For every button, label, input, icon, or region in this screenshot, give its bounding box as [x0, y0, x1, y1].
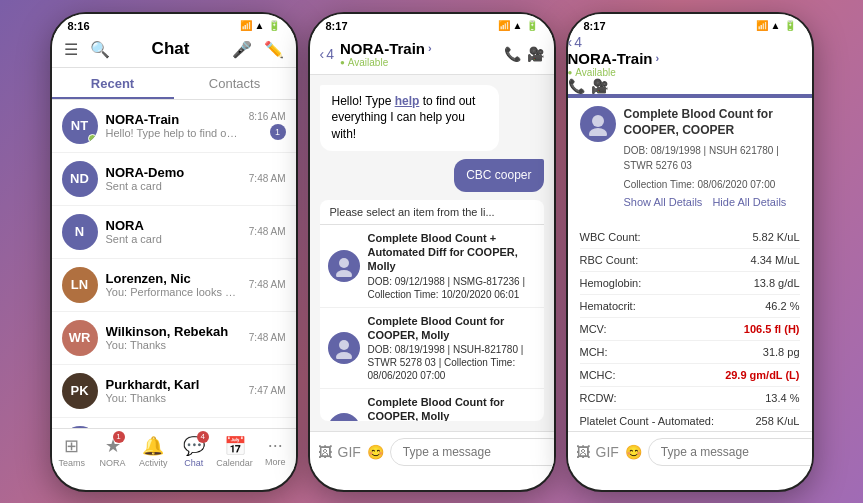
list-item-meta: DOB: 08/19/1998 | NSUH-821780 | STWR 527…: [368, 343, 536, 382]
header-actions-3: 📞 🎥: [568, 78, 812, 94]
nav-item-calendar[interactable]: 📅 Calendar: [214, 433, 255, 470]
emoji-icon-3[interactable]: 😊: [625, 444, 642, 460]
list-item-title: Complete Blood Count for COOPER, Molly: [368, 314, 536, 343]
chat-item[interactable]: N NORA Sent a card 7:48 AM: [52, 206, 296, 259]
tab-recent[interactable]: Recent: [52, 68, 174, 99]
gif-icon-3[interactable]: GIF: [596, 444, 619, 460]
list-item[interactable]: Complete Blood Count for COOPER, Molly D…: [320, 389, 544, 420]
svg-point-1: [336, 270, 352, 277]
list-section: Please select an item from the li... Com…: [320, 200, 544, 421]
result-row: Platelet Count - Automated: 258 K/uL: [580, 410, 800, 430]
result-row: MCH: 31.8 pg: [580, 341, 800, 364]
back-count: 4: [326, 46, 334, 62]
chat-name: Purkhardt, Karl: [106, 377, 241, 392]
nav-item-teams[interactable]: ⊞ Teams: [52, 433, 93, 470]
list-item[interactable]: Complete Blood Count for COOPER, Molly D…: [320, 308, 544, 390]
call-icon[interactable]: 📞: [504, 46, 521, 62]
input-icons-left-3: 🖼 GIF 😊: [576, 444, 642, 460]
chat-item[interactable]: PK Purkhardt, Karl You: Thanks 7:47 AM: [52, 365, 296, 418]
tabs: Recent Contacts: [52, 68, 296, 100]
signal-icon-2: 📶: [498, 20, 510, 31]
gif-icon[interactable]: GIF: [338, 444, 361, 460]
chat-info: NORA Sent a card: [106, 218, 241, 245]
image-icon[interactable]: 🖼: [318, 444, 332, 460]
chat-meta: 7:48 AM: [249, 332, 286, 343]
chat-time: 7:47 AM: [249, 385, 286, 396]
contact-name-3: NORA-Train›: [568, 50, 812, 67]
signal-icon: 📶: [240, 20, 252, 31]
back-button-3[interactable]: ‹ 4: [568, 34, 812, 50]
result-value: 13.4 %: [765, 392, 799, 404]
page-title: Chat: [120, 39, 222, 59]
result-row: MCHC: 29.9 gm/dL (L): [580, 364, 800, 387]
video-icon-3[interactable]: 🎥: [591, 78, 608, 94]
chat-info: NORA-Demo Sent a card: [106, 165, 241, 192]
nav-label-activity: Activity: [139, 458, 168, 468]
result-meta: DOB: 08/19/1998 | NSUH 621780 | STWR 527…: [624, 143, 800, 173]
nav-item-activity[interactable]: 🔔 Activity: [133, 433, 174, 470]
hamburger-button[interactable]: ☰: [62, 38, 80, 61]
avatar: PK: [62, 373, 98, 409]
nav-item-more[interactable]: ··· More: [255, 433, 296, 470]
svg-point-8: [592, 115, 604, 127]
status-icons-1: 📶 ▲ 🔋: [240, 20, 280, 31]
chat-preview: You: Thanks: [106, 392, 241, 404]
chat-name: Wilkinson, Rebekah: [106, 324, 241, 339]
result-value: 4.34 M/uL: [751, 254, 800, 266]
image-icon-3[interactable]: 🖼: [576, 444, 590, 460]
list-item[interactable]: Complete Blood Count + Automated Diff fo…: [320, 225, 544, 308]
result-label: Hematocrit:: [580, 300, 636, 312]
hide-all-link[interactable]: Hide All Details: [712, 196, 786, 208]
chat-item[interactable]: WR Wilkinson, Rebekah You: Thanks 7:48 A…: [52, 312, 296, 365]
tab-contacts[interactable]: Contacts: [174, 68, 296, 99]
video-icon[interactable]: 🎥: [527, 46, 544, 62]
nav-badge-chat: 4: [197, 431, 209, 443]
list-item-title: Complete Blood Count + Automated Diff fo…: [368, 231, 536, 274]
search-button[interactable]: 🔍: [88, 38, 112, 61]
input-icons-left: 🖼 GIF 😊: [318, 444, 384, 460]
nav-item-chat[interactable]: 💬 4 Chat: [174, 433, 215, 470]
phone-chat-conversation: 8:17 📶 ▲ 🔋 ‹ 4 NORA-Train› Available 📞 🎥…: [308, 12, 556, 492]
list-item-meta: DOB: 09/12/1988 | NSMG-817236 | Collecti…: [368, 275, 536, 301]
wifi-icon: ▲: [255, 20, 265, 31]
time-2: 8:17: [326, 20, 348, 32]
svg-point-2: [339, 340, 349, 350]
top-bar: ☰ 🔍 Chat 🎤 ✏️: [52, 34, 296, 68]
emoji-icon[interactable]: 😊: [367, 444, 384, 460]
chat-header-3: ‹ 4 NORA-Train› Available 📞 🎥: [568, 34, 812, 94]
nav-label-more: More: [265, 457, 286, 467]
show-all-link[interactable]: Show All Details: [624, 196, 703, 208]
chat-item[interactable]: NS NORA-Stage Hey you! You look great to…: [52, 418, 296, 428]
chat-info: Wilkinson, Rebekah You: Thanks: [106, 324, 241, 351]
result-value: 31.8 pg: [763, 346, 800, 358]
nav-icon-nora: ★ 1: [105, 435, 121, 457]
back-button-2[interactable]: ‹ 4: [320, 46, 334, 62]
call-icon-3[interactable]: 📞: [568, 78, 585, 94]
chat-preview: You: Performance looks great!: [106, 286, 241, 298]
result-value: 258 K/uL: [755, 415, 799, 427]
chat-item[interactable]: ND NORA-Demo Sent a card 7:48 AM: [52, 153, 296, 206]
result-row: RCDW: 13.4 %: [580, 387, 800, 410]
nav-icon-activity: 🔔: [142, 435, 164, 457]
chat-item[interactable]: NT NORA-Train Hello! Type help to find o…: [52, 100, 296, 153]
phone-teams-chat: 8:16 📶 ▲ 🔋 ☰ 🔍 Chat 🎤 ✏️ Recent Contacts…: [50, 12, 298, 492]
help-link[interactable]: help: [395, 94, 420, 108]
message-input-2: 🖼 GIF 😊 ✒ ···: [310, 431, 554, 472]
list-avatar: [328, 250, 360, 282]
nav-item-nora[interactable]: ★ 1 NORA: [92, 433, 133, 470]
message-bubble-received: Hello! Type help to find out everything …: [320, 85, 499, 151]
chat-item[interactable]: LN Lorenzen, Nic You: Performance looks …: [52, 259, 296, 312]
chat-info: Lorenzen, Nic You: Performance looks gre…: [106, 271, 241, 298]
result-label: WBC Count:: [580, 231, 641, 243]
back-count-3: 4: [574, 34, 582, 50]
message-input-field-2[interactable]: [390, 438, 556, 466]
message-input-field-3[interactable]: [648, 438, 814, 466]
chevron-left-icon: ‹: [320, 46, 325, 62]
result-label: Hemoglobin:: [580, 277, 642, 289]
chat-meta: 8:16 AM 1: [249, 111, 286, 140]
bottom-nav: ⊞ Teams ★ 1 NORA 🔔 Activity 💬 4 Chat 📅 C…: [52, 428, 296, 472]
result-card: Complete Blood Count for COOPER, COOPER …: [580, 106, 800, 219]
mic-button[interactable]: 🎤: [230, 38, 254, 61]
compose-button[interactable]: ✏️: [262, 38, 286, 61]
result-value: 5.82 K/uL: [752, 231, 799, 243]
